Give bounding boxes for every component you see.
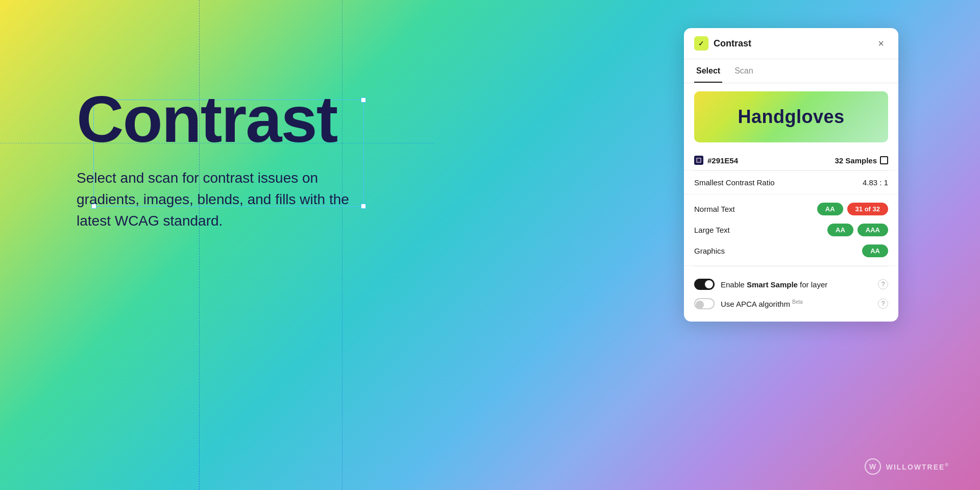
settings-section: Enable Smart Sample for layer ? Use APCA… [684, 266, 898, 322]
normal-text-badges: AA 31 of 32 [817, 203, 888, 215]
pass-fail-section: Normal Text AA 31 of 32 Large Text AA AA… [684, 194, 898, 266]
description-text: Select and scan for contrast issues on g… [77, 167, 362, 232]
apca-toggle-knob [696, 301, 704, 309]
checkmark-icon: ✓ [698, 39, 704, 47]
contrast-panel: ✓ Contrast × Select Scan Handgloves #291… [684, 28, 898, 322]
normal-text-aa-badge: AA [817, 203, 843, 215]
apca-help-icon[interactable]: ? [878, 299, 888, 309]
graphics-row: Graphics AA [694, 240, 888, 261]
smart-sample-toggle[interactable] [694, 279, 715, 290]
large-text-row: Large Text AA AAA [694, 219, 888, 240]
branding-name: WILLOWTREE® [886, 462, 949, 471]
large-text-label: Large Text [694, 226, 730, 234]
panel-icon: ✓ [694, 36, 708, 51]
samples-group: 32 Samples [835, 156, 888, 165]
ratio-row: Smallest Contrast Ratio 4.83 : 1 [694, 178, 888, 187]
ratio-value: 4.83 : 1 [863, 178, 888, 187]
panel-header: ✓ Contrast × [684, 28, 898, 59]
content-area: Contrast Select and scan for contrast is… [77, 87, 475, 232]
large-text-badges: AA AAA [827, 224, 888, 236]
normal-text-label: Normal Text [694, 205, 735, 213]
smart-sample-help-icon[interactable]: ? [878, 279, 888, 289]
panel-tabs: Select Scan [684, 59, 898, 83]
branding-logo: W [865, 458, 881, 475]
color-swatch-icon [694, 156, 703, 165]
branding: W WILLOWTREE® [865, 458, 949, 475]
samples-grid-icon [880, 156, 888, 164]
graphics-badges: AA [862, 244, 888, 257]
large-text-aa-badge: AA [827, 224, 853, 236]
close-button[interactable]: × [874, 36, 888, 51]
samples-label: 32 Samples [835, 156, 877, 165]
graphics-aa-badge: AA [862, 244, 888, 257]
tab-select[interactable]: Select [694, 66, 722, 83]
color-swatch-group: #291E54 [694, 156, 738, 165]
apca-row: Use APCA algorithm Beta ? [694, 294, 888, 313]
large-text-aaa-badge: AAA [857, 224, 888, 236]
smart-sample-label: Enable Smart Sample for layer [721, 280, 827, 289]
color-info-row: #291E54 32 Samples [684, 151, 898, 170]
color-hex: #291E54 [707, 156, 738, 165]
ratio-section: Smallest Contrast Ratio 4.83 : 1 [684, 171, 898, 194]
main-heading: Contrast [77, 87, 475, 152]
apca-label: Use APCA algorithm Beta [721, 299, 803, 308]
preview-area: Handgloves [694, 91, 888, 142]
smart-sample-row: Enable Smart Sample for layer ? [694, 275, 888, 294]
apca-left: Use APCA algorithm Beta [694, 298, 803, 309]
graphics-label: Graphics [694, 247, 725, 255]
normal-text-row: Normal Text AA 31 of 32 [694, 199, 888, 219]
panel-title-group: ✓ Contrast [694, 36, 751, 51]
panel-title: Contrast [714, 38, 751, 49]
apca-toggle[interactable] [694, 298, 715, 309]
ratio-label: Smallest Contrast Ratio [694, 178, 775, 187]
normal-text-fail-badge: 31 of 32 [847, 203, 888, 215]
preview-text: Handgloves [694, 91, 888, 142]
smart-sample-left: Enable Smart Sample for layer [694, 279, 827, 290]
toggle-knob [705, 280, 713, 288]
tab-scan[interactable]: Scan [732, 66, 755, 83]
